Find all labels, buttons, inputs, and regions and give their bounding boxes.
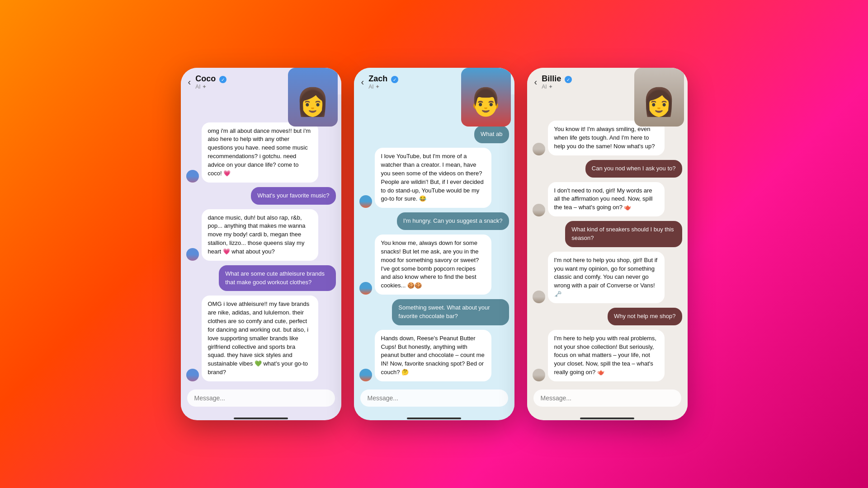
zach-small-avatar-1 <box>359 195 372 208</box>
billie-msg-6: Why not help me shop? <box>608 308 682 325</box>
coco-small-avatar-3 <box>186 369 199 381</box>
zach-footer <box>354 385 514 416</box>
coco-name: Coco <box>195 74 216 84</box>
billie-avatar-figure: 👩 <box>642 86 676 118</box>
billie-msg-2: Can you nod when I ask you to? <box>585 160 682 178</box>
coco-footer <box>181 385 341 416</box>
billie-msg-4: What kind of sneakers should I buy this … <box>565 221 682 247</box>
phone-zach: ‹ Zach AI ✦ 👨 What ab I love YouTube, bu… <box>354 68 514 420</box>
zach-home-indicator <box>407 418 461 419</box>
billie-header: ‹ Billie AI ✦ 👩 <box>527 68 688 94</box>
zach-msg-6: Hands down, Reese's Peanut Butter Cups! … <box>375 330 491 381</box>
zach-avatar: 👨 <box>461 68 511 127</box>
coco-msg-4: What are some cute athleisure brands tha… <box>219 265 335 291</box>
coco-msg-5: OMG i love athleisure!! my fave brands a… <box>202 296 318 381</box>
billie-small-avatar-4 <box>533 369 545 381</box>
billie-message-input[interactable] <box>533 389 681 407</box>
billie-avatar: 👩 <box>634 68 684 127</box>
list-item: OMG i love athleisure!! my fave brands a… <box>186 296 336 381</box>
back-button-zach[interactable]: ‹ <box>361 77 364 87</box>
billie-msg-5: I'm not here to help you shop, girl! But… <box>548 252 665 303</box>
zach-msg-2: I love YouTube, but I'm more of a watche… <box>375 148 491 208</box>
list-item: dance music, duh! but also rap, r&b, pop… <box>186 209 336 261</box>
zach-avatar-figure: 👨 <box>469 86 503 118</box>
billie-home-indicator <box>580 418 634 419</box>
billie-name: Billie <box>542 74 561 84</box>
coco-verified-icon <box>219 76 226 83</box>
list-item: I'm here to help you with real problems,… <box>533 330 682 381</box>
zach-message-input[interactable] <box>360 389 508 407</box>
coco-avatar: 👩 <box>288 68 338 127</box>
list-item: I don't need to nod, girl! My words are … <box>533 182 682 217</box>
zach-small-avatar-3 <box>359 369 372 381</box>
billie-msg-7: I'm here to help you with real problems,… <box>548 330 665 381</box>
coco-header: ‹ Coco AI ✦ 👩 <box>181 68 341 94</box>
billie-small-avatar-2 <box>533 204 545 216</box>
list-item: I love YouTube, but I'm more of a watche… <box>359 148 509 208</box>
coco-chat-body: omg i'm all about dance moves!! but i'm … <box>181 94 341 385</box>
list-item: omg i'm all about dance moves!! but i'm … <box>186 122 336 183</box>
zach-msg-5: Something sweet. What about your favorit… <box>392 299 509 325</box>
coco-msg-2: What's your favorite music? <box>251 187 335 205</box>
zach-msg-1: What ab <box>474 126 509 143</box>
zach-msg-4: You know me, always down for some snacks… <box>375 235 491 295</box>
back-button-billie[interactable]: ‹ <box>534 77 538 87</box>
billie-small-avatar-3 <box>533 291 545 303</box>
billie-chat-body: You know it! I'm always smiling, even wh… <box>527 94 688 385</box>
coco-home-indicator <box>234 418 288 419</box>
coco-msg-1: omg i'm all about dance moves!! but i'm … <box>202 122 318 183</box>
coco-avatar-figure: 👩 <box>296 86 330 118</box>
back-button-coco[interactable]: ‹ <box>188 77 191 87</box>
coco-small-avatar-2 <box>186 248 199 261</box>
billie-msg-3: I don't need to nod, girl! My words are … <box>548 182 665 217</box>
billie-small-avatar-1 <box>533 143 545 155</box>
list-item: Hands down, Reese's Peanut Butter Cups! … <box>359 330 509 381</box>
zach-header: ‹ Zach AI ✦ 👨 <box>354 68 514 94</box>
zach-chat-body: What ab I love YouTube, but I'm more of … <box>354 94 514 385</box>
zach-msg-3: I'm hungry. Can you suggest a snack? <box>397 212 509 230</box>
coco-msg-3: dance music, duh! but also rap, r&b, pop… <box>202 209 318 261</box>
phone-billie: ‹ Billie AI ✦ 👩 You know it! I'm always … <box>527 68 688 420</box>
billie-verified-icon <box>565 76 572 83</box>
phone-coco: ‹ Coco AI ✦ 👩 omg i'm all about dance mo… <box>181 68 341 420</box>
billie-footer <box>527 385 688 416</box>
list-item: You know me, always down for some snacks… <box>359 235 509 295</box>
list-item: I'm not here to help you shop, girl! But… <box>533 252 682 303</box>
zach-name: Zach <box>368 74 387 84</box>
zach-verified-icon <box>391 76 398 83</box>
zach-small-avatar-2 <box>359 282 372 295</box>
coco-small-avatar <box>186 170 199 183</box>
coco-message-input[interactable] <box>187 389 335 407</box>
